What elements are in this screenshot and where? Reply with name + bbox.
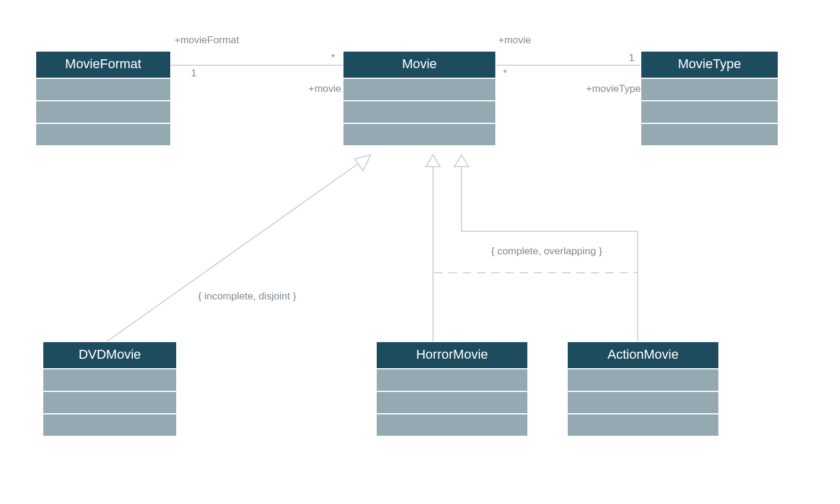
svg-line-2 — [107, 155, 371, 342]
mult-star-left: * — [331, 52, 335, 64]
class-row — [43, 368, 176, 391]
svg-marker-6 — [454, 155, 469, 167]
role-movie-top: +movie — [498, 34, 531, 46]
class-row — [43, 391, 176, 413]
role-movietype: +movieType — [586, 83, 641, 95]
svg-marker-5 — [426, 155, 440, 167]
class-row — [377, 413, 527, 436]
class-row — [343, 78, 495, 100]
class-row — [568, 368, 718, 391]
class-row — [377, 368, 527, 391]
class-movie: Movie — [343, 51, 496, 146]
class-row — [343, 100, 495, 123]
class-dvdmovie: DVDMovie — [43, 342, 177, 436]
mult-star-right: * — [503, 68, 507, 79]
constraint-incomplete-disjoint: { incomplete, disjoint } — [198, 291, 296, 302]
class-row — [641, 123, 778, 145]
class-row — [641, 78, 778, 100]
class-horrormovie-title: HorrorMovie — [377, 342, 527, 368]
class-movieformat-title: MovieFormat — [36, 52, 170, 78]
constraint-complete-overlapping: { complete, overlapping } — [491, 245, 602, 257]
class-row — [641, 100, 778, 123]
mult-one-right: 1 — [629, 52, 634, 64]
class-dvdmovie-title: DVDMovie — [43, 342, 176, 368]
class-movie-title: Movie — [343, 52, 495, 78]
class-row — [36, 100, 170, 123]
class-row — [43, 413, 176, 436]
svg-marker-3 — [355, 155, 371, 171]
class-movietype: MovieType — [641, 51, 778, 146]
class-row — [568, 413, 718, 436]
role-movie-left: +movie — [308, 83, 341, 95]
class-row — [377, 391, 527, 413]
class-actionmovie-title: ActionMovie — [568, 342, 718, 368]
class-movieformat: MovieFormat — [36, 51, 171, 146]
class-horrormovie: HorrorMovie — [376, 342, 528, 436]
class-row — [36, 123, 170, 145]
class-row — [568, 391, 718, 413]
mult-one-left: 1 — [191, 68, 196, 79]
class-row — [36, 78, 170, 100]
class-row — [343, 123, 495, 145]
class-actionmovie: ActionMovie — [567, 342, 719, 436]
role-movieformat: +movieFormat — [174, 34, 239, 46]
class-movietype-title: MovieType — [641, 52, 778, 78]
